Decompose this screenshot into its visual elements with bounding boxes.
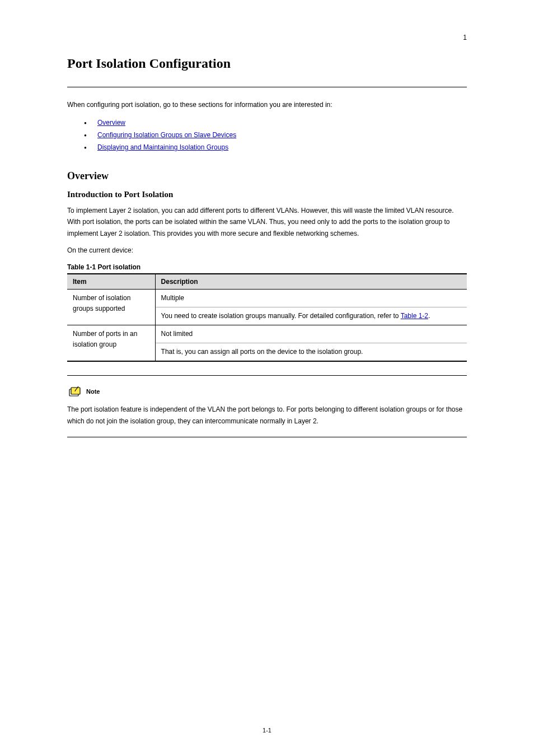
toc-link-display[interactable]: Displaying and Maintaining Isolation Gro…: [97, 143, 228, 151]
toc-list: Overview Configuring Isolation Groups on…: [84, 116, 467, 153]
note-header: Note: [67, 385, 467, 398]
table-header-item: Item: [67, 274, 155, 290]
toc-item: Overview: [84, 116, 467, 129]
subsection-intro: Introduction to Port Isolation: [67, 190, 467, 199]
svg-rect-1: [71, 388, 80, 394]
toc-item: Displaying and Maintaining Isolation Gro…: [84, 141, 467, 153]
table-row: Number of isolation groups supported Mul…: [67, 289, 467, 307]
page-number-bottom: 1-1: [0, 727, 534, 734]
table-cell-desc: You need to create isolation groups manu…: [155, 307, 467, 325]
table-cell-item: Number of ports in an isolation group: [67, 325, 155, 361]
toc-link-config[interactable]: Configuring Isolation Groups on Slave De…: [97, 131, 236, 139]
page-number-top: 1: [463, 34, 467, 41]
note-block: Note The port isolation feature is indep…: [67, 375, 467, 437]
intro-line: When configuring port isolation, go to t…: [67, 101, 467, 109]
table-cell-desc: Multiple: [155, 289, 467, 307]
port-isolation-table: Item Description Number of isolation gro…: [67, 273, 467, 362]
section-overview: Overview: [67, 170, 467, 182]
table-cell-desc: Not limited: [155, 325, 467, 343]
table-row: Number of ports in an isolation group No…: [67, 325, 467, 343]
table-cell-item: Number of isolation groups supported: [67, 289, 155, 325]
table-caption: Table 1-1 Port isolation: [67, 263, 467, 271]
table-link[interactable]: Table 1-2: [401, 312, 428, 320]
toc-item: Configuring Isolation Groups on Slave De…: [84, 129, 467, 141]
paragraph-2: On the current device:: [67, 245, 467, 256]
note-icon: [67, 385, 83, 398]
title-divider: [67, 87, 467, 87]
toc-link-overview[interactable]: Overview: [97, 119, 125, 127]
table-header-description: Description: [155, 274, 467, 290]
table-cell-desc: That is, you can assign all ports on the…: [155, 343, 467, 362]
note-body: The port isolation feature is independen…: [67, 404, 467, 427]
chapter-title: Port Isolation Configuration: [67, 56, 467, 71]
paragraph-1: To implement Layer 2 isolation, you can …: [67, 205, 467, 239]
table-desc-text: You need to create isolation groups manu…: [161, 312, 401, 320]
note-label: Note: [86, 388, 100, 395]
